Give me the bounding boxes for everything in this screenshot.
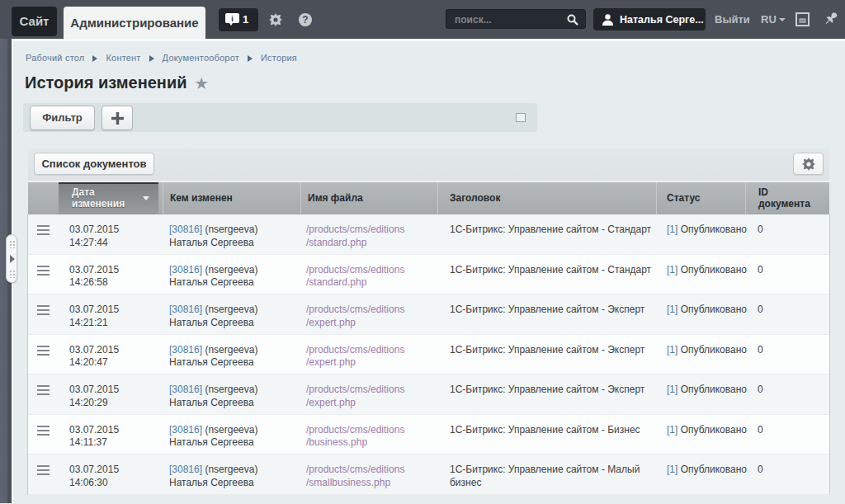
svg-text:i: i <box>231 15 234 23</box>
